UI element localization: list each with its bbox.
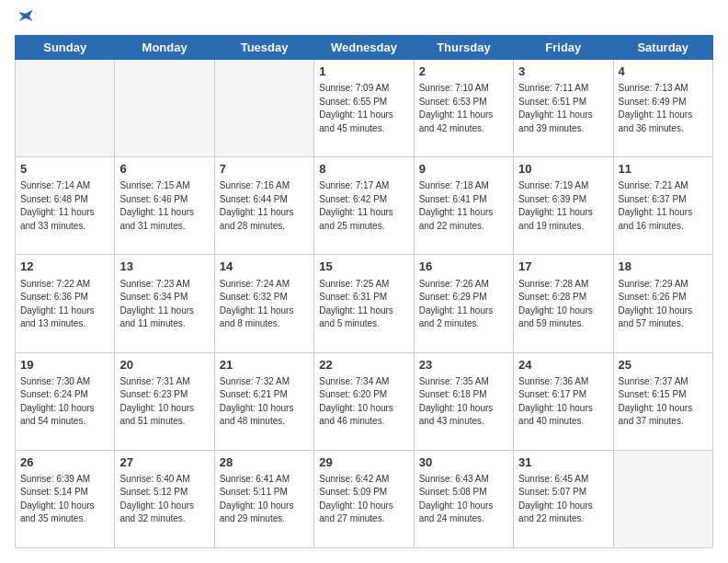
day-info: Sunrise: 6:41 AM Sunset: 5:11 PM Dayligh… [220,473,309,526]
day-info: Sunrise: 7:09 AM Sunset: 6:55 PM Dayligh… [319,82,408,135]
week-row-4: 19Sunrise: 7:30 AM Sunset: 6:24 PM Dayli… [16,352,713,450]
day-number: 22 [319,357,408,373]
week-row-1: 1Sunrise: 7:09 AM Sunset: 6:55 PM Daylig… [16,60,713,157]
week-row-2: 5Sunrise: 7:14 AM Sunset: 6:48 PM Daylig… [16,157,713,255]
day-number: 13 [119,259,209,275]
day-number: 29 [319,454,408,471]
calendar-cell: 29Sunrise: 6:42 AM Sunset: 5:09 PM Dayli… [314,450,414,547]
col-thursday: Thursday [414,36,513,60]
day-info: Sunrise: 7:32 AM Sunset: 6:21 PM Dayligh… [220,375,309,429]
day-info: Sunrise: 7:15 AM Sunset: 6:46 PM Dayligh… [119,179,209,233]
day-number: 8 [319,161,408,178]
header [15,15,713,26]
col-monday: Monday [115,36,214,60]
day-info: Sunrise: 7:26 AM Sunset: 6:29 PM Dayligh… [419,278,508,331]
calendar-cell: 3Sunrise: 7:11 AM Sunset: 6:51 PM Daylig… [514,60,613,157]
calendar-cell: 6Sunrise: 7:15 AM Sunset: 6:46 PM Daylig… [115,157,214,255]
day-info: Sunrise: 6:42 AM Sunset: 5:09 PM Dayligh… [319,473,408,526]
day-info: Sunrise: 7:19 AM Sunset: 6:39 PM Dayligh… [518,179,608,233]
calendar-cell: 13Sunrise: 7:23 AM Sunset: 6:34 PM Dayli… [115,255,214,352]
day-number: 23 [419,357,508,373]
day-info: Sunrise: 7:16 AM Sunset: 6:44 PM Dayligh… [220,179,309,233]
calendar-cell: 2Sunrise: 7:10 AM Sunset: 6:53 PM Daylig… [414,60,513,157]
calendar-cell: 10Sunrise: 7:19 AM Sunset: 6:39 PM Dayli… [514,157,613,255]
calendar-cell: 5Sunrise: 7:14 AM Sunset: 6:48 PM Daylig… [16,157,115,255]
day-number: 6 [119,161,209,178]
calendar-cell: 25Sunrise: 7:37 AM Sunset: 6:15 PM Dayli… [613,352,712,450]
day-info: Sunrise: 7:35 AM Sunset: 6:18 PM Dayligh… [419,375,508,429]
day-number: 26 [20,454,109,471]
calendar-cell: 26Sunrise: 6:39 AM Sunset: 5:14 PM Dayli… [16,450,115,547]
day-number: 11 [619,161,708,178]
week-row-5: 26Sunrise: 6:39 AM Sunset: 5:14 PM Dayli… [16,450,713,547]
day-info: Sunrise: 6:43 AM Sunset: 5:08 PM Dayligh… [419,473,508,526]
logo-bird-icon [17,7,35,26]
col-tuesday: Tuesday [214,36,313,60]
calendar-cell: 12Sunrise: 7:22 AM Sunset: 6:36 PM Dayli… [16,255,115,352]
day-info: Sunrise: 7:17 AM Sunset: 6:42 PM Dayligh… [319,179,408,233]
day-number: 3 [518,63,608,80]
day-info: Sunrise: 7:31 AM Sunset: 6:23 PM Dayligh… [119,375,209,429]
col-wednesday: Wednesday [314,36,414,60]
col-sunday: Sunday [16,36,115,60]
day-info: Sunrise: 6:45 AM Sunset: 5:07 PM Dayligh… [518,473,608,526]
calendar-cell: 28Sunrise: 6:41 AM Sunset: 5:11 PM Dayli… [214,450,313,547]
day-number: 16 [419,259,508,275]
calendar-cell [613,450,712,547]
day-info: Sunrise: 7:23 AM Sunset: 6:34 PM Dayligh… [119,278,209,331]
day-number: 1 [319,63,408,80]
day-number: 30 [419,454,508,471]
day-info: Sunrise: 7:11 AM Sunset: 6:51 PM Dayligh… [518,82,608,135]
day-number: 10 [518,161,608,178]
day-number: 31 [518,454,608,471]
calendar-cell: 17Sunrise: 7:28 AM Sunset: 6:28 PM Dayli… [514,255,613,352]
calendar-cell: 16Sunrise: 7:26 AM Sunset: 6:29 PM Dayli… [414,255,513,352]
day-number: 14 [220,259,309,275]
calendar-cell: 24Sunrise: 7:36 AM Sunset: 6:17 PM Dayli… [514,352,613,450]
day-info: Sunrise: 7:30 AM Sunset: 6:24 PM Dayligh… [20,375,109,429]
calendar-cell [115,60,214,157]
day-number: 19 [20,357,109,373]
day-info: Sunrise: 7:24 AM Sunset: 6:32 PM Dayligh… [220,278,309,331]
day-number: 12 [20,259,109,275]
page: Sunday Monday Tuesday Wednesday Thursday… [0,0,728,563]
day-number: 7 [220,161,309,178]
calendar-cell [214,60,313,157]
calendar-cell: 21Sunrise: 7:32 AM Sunset: 6:21 PM Dayli… [214,352,313,450]
day-number: 9 [419,161,508,178]
calendar-cell: 15Sunrise: 7:25 AM Sunset: 6:31 PM Dayli… [314,255,414,352]
day-info: Sunrise: 7:29 AM Sunset: 6:26 PM Dayligh… [619,278,708,331]
day-number: 20 [119,357,209,373]
day-number: 17 [518,259,608,275]
day-info: Sunrise: 7:10 AM Sunset: 6:53 PM Dayligh… [419,82,508,135]
day-info: Sunrise: 7:34 AM Sunset: 6:20 PM Dayligh… [319,375,408,429]
day-number: 4 [619,63,708,80]
day-number: 27 [119,454,209,471]
day-info: Sunrise: 7:14 AM Sunset: 6:48 PM Dayligh… [20,179,109,233]
calendar-cell: 1Sunrise: 7:09 AM Sunset: 6:55 PM Daylig… [314,60,414,157]
calendar-cell [16,60,115,157]
day-number: 18 [619,259,708,275]
day-info: Sunrise: 7:25 AM Sunset: 6:31 PM Dayligh… [319,278,408,331]
col-saturday: Saturday [613,36,712,60]
calendar-cell: 30Sunrise: 6:43 AM Sunset: 5:08 PM Dayli… [414,450,513,547]
calendar-header-row: Sunday Monday Tuesday Wednesday Thursday… [16,36,713,60]
day-number: 2 [419,63,508,80]
calendar-cell: 22Sunrise: 7:34 AM Sunset: 6:20 PM Dayli… [314,352,414,450]
day-number: 24 [518,357,608,373]
calendar-cell: 31Sunrise: 6:45 AM Sunset: 5:07 PM Dayli… [514,450,613,547]
day-number: 28 [220,454,309,471]
calendar-cell: 4Sunrise: 7:13 AM Sunset: 6:49 PM Daylig… [613,60,712,157]
day-info: Sunrise: 7:13 AM Sunset: 6:49 PM Dayligh… [619,82,708,135]
day-info: Sunrise: 7:22 AM Sunset: 6:36 PM Dayligh… [20,278,109,331]
calendar-cell: 14Sunrise: 7:24 AM Sunset: 6:32 PM Dayli… [214,255,313,352]
day-info: Sunrise: 6:40 AM Sunset: 5:12 PM Dayligh… [119,473,209,526]
calendar-cell: 18Sunrise: 7:29 AM Sunset: 6:26 PM Dayli… [613,255,712,352]
calendar-cell: 7Sunrise: 7:16 AM Sunset: 6:44 PM Daylig… [214,157,313,255]
day-number: 25 [619,357,708,373]
col-friday: Friday [514,36,613,60]
day-number: 21 [220,357,309,373]
calendar-cell: 23Sunrise: 7:35 AM Sunset: 6:18 PM Dayli… [414,352,513,450]
calendar-cell: 27Sunrise: 6:40 AM Sunset: 5:12 PM Dayli… [115,450,214,547]
logo [15,15,35,26]
